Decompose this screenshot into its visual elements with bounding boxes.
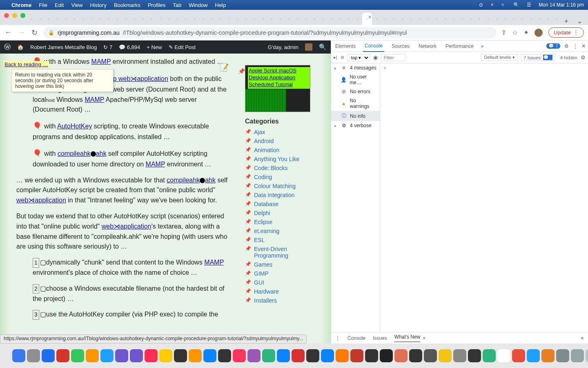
browser-tab[interactable]: · bbox=[165, 13, 173, 25]
browser-tab[interactable]: · bbox=[450, 13, 458, 25]
browser-tab[interactable]: · bbox=[536, 13, 543, 25]
browser-tab[interactable]: · bbox=[424, 13, 432, 25]
browser-tab[interactable]: · bbox=[527, 13, 535, 25]
dock-app[interactable] bbox=[586, 349, 588, 362]
category-link[interactable]: Android bbox=[254, 138, 274, 144]
menu-view[interactable]: View bbox=[71, 2, 82, 8]
browser-tab[interactable]: · bbox=[285, 13, 293, 25]
category-link[interactable]: GIMP bbox=[254, 270, 269, 277]
browser-tab-active[interactable]: · bbox=[362, 13, 372, 25]
dock-app[interactable] bbox=[115, 349, 128, 362]
mamp-link[interactable]: MAMP bbox=[146, 161, 165, 168]
dock-app[interactable] bbox=[42, 349, 55, 362]
browser-tab[interactable]: · bbox=[501, 13, 509, 25]
browser-tab[interactable]: · bbox=[28, 13, 36, 25]
browser-tab[interactable]: · bbox=[216, 13, 224, 25]
console-output[interactable]: › bbox=[380, 63, 588, 332]
clear-console-icon[interactable]: ⊘ bbox=[341, 55, 344, 60]
category-link[interactable]: Coding bbox=[254, 174, 272, 180]
category-link[interactable]: Event-Driven Programming bbox=[254, 246, 288, 259]
browser-tab[interactable]: · bbox=[191, 13, 198, 25]
browser-tab[interactable]: · bbox=[199, 13, 207, 25]
browser-tab[interactable]: · bbox=[328, 13, 336, 25]
browser-tab[interactable]: · bbox=[234, 13, 241, 25]
browser-tab[interactable]: · bbox=[122, 13, 130, 25]
dock-app[interactable] bbox=[365, 349, 378, 362]
web-app-link[interactable]: web⋊application bbox=[118, 75, 168, 82]
app-name[interactable]: Chrome bbox=[11, 2, 31, 8]
sidebar-toggle-icon[interactable]: ▸| bbox=[334, 55, 337, 60]
mamp-link[interactable]: MAMP bbox=[85, 96, 105, 103]
browser-tab[interactable]: · bbox=[276, 13, 284, 25]
dock-app[interactable] bbox=[468, 349, 481, 362]
recent-post-thumb[interactable]: 📌 Apple Script macOS Desktop Application… bbox=[245, 65, 310, 112]
tab-network[interactable]: Network bbox=[417, 41, 438, 52]
address-bar[interactable]: 🔒 rjmprogramming.com.au/ITblog/windows-a… bbox=[43, 27, 496, 38]
close-devtools-button[interactable]: × bbox=[582, 43, 586, 50]
browser-tab[interactable]: · bbox=[114, 13, 121, 25]
web-app-link[interactable]: web⋊application bbox=[16, 197, 66, 204]
extensions-icon[interactable]: ✦ bbox=[523, 29, 529, 36]
forward-button[interactable]: → bbox=[17, 28, 25, 37]
compileahk-link[interactable]: compileahkahk bbox=[167, 177, 216, 184]
browser-tab[interactable]: · bbox=[407, 13, 415, 25]
dock-app[interactable] bbox=[203, 349, 216, 362]
dock-app[interactable] bbox=[439, 349, 452, 362]
close-drawer-button[interactable]: × bbox=[581, 335, 584, 341]
browser-tab[interactable]: · bbox=[208, 13, 216, 25]
dock-app[interactable] bbox=[321, 349, 334, 362]
browser-tab[interactable]: · bbox=[62, 13, 70, 25]
browser-tab[interactable]: · bbox=[96, 13, 104, 25]
browser-tab[interactable]: · bbox=[544, 13, 552, 25]
dock-app[interactable] bbox=[86, 349, 99, 362]
drawer-whats-new[interactable]: What's New bbox=[394, 334, 421, 342]
wordpress-icon[interactable]: ⓦ bbox=[4, 43, 11, 52]
dock-app[interactable] bbox=[483, 349, 496, 362]
browser-tab[interactable]: · bbox=[459, 13, 466, 25]
dock-app[interactable] bbox=[233, 349, 246, 362]
menu-profiles[interactable]: Profiles bbox=[148, 2, 165, 8]
browser-tab[interactable]: · bbox=[302, 13, 310, 25]
dock-app[interactable] bbox=[218, 349, 231, 362]
browser-tab[interactable]: · bbox=[294, 13, 301, 25]
wifi-icon[interactable]: ᯤ bbox=[501, 2, 506, 8]
control-center-icon[interactable]: ☰ bbox=[527, 2, 531, 8]
dock-app[interactable] bbox=[556, 349, 569, 362]
reload-button[interactable]: ↻ bbox=[30, 28, 38, 37]
new-content-button[interactable]: + New bbox=[147, 44, 162, 50]
browser-tab[interactable]: · bbox=[510, 13, 518, 25]
console-filter-row[interactable]: 👤No user me… bbox=[331, 72, 380, 87]
battery-icon[interactable]: ⚡︎ bbox=[490, 2, 494, 8]
menu-history[interactable]: History bbox=[90, 2, 106, 8]
category-link[interactable]: Code::Blocks bbox=[254, 165, 287, 171]
category-link[interactable]: Games bbox=[254, 261, 272, 268]
category-link[interactable]: Delphi bbox=[254, 210, 270, 216]
console-filter-row[interactable]: ▸≡4 messages bbox=[331, 63, 380, 72]
minimize-window-button[interactable] bbox=[12, 13, 17, 18]
back-to-reading-link[interactable]: Back to reading … bbox=[3, 61, 49, 68]
browser-tab[interactable]: · bbox=[373, 13, 381, 25]
dock-app[interactable] bbox=[541, 349, 555, 362]
console-filter-row[interactable]: ⓘNo info bbox=[331, 111, 380, 121]
web-app-link[interactable]: web⋊application bbox=[102, 223, 151, 230]
menu-window[interactable]: Window bbox=[189, 2, 207, 8]
filter-input[interactable] bbox=[381, 54, 405, 61]
console-settings-icon[interactable]: ⚙ bbox=[581, 54, 586, 61]
compileahk-link[interactable]: compileahkahk bbox=[58, 150, 107, 157]
note-icon[interactable]: 📝 bbox=[220, 63, 229, 72]
dock-app[interactable] bbox=[292, 349, 305, 362]
log-levels-select[interactable]: Default levels ▾ bbox=[481, 54, 517, 61]
menu-tab[interactable]: Tab bbox=[173, 2, 181, 8]
category-link[interactable]: Anything You Like bbox=[254, 156, 299, 162]
dock-app[interactable] bbox=[145, 349, 158, 362]
tab-performance[interactable]: Performance bbox=[444, 41, 475, 52]
browser-tab[interactable]: · bbox=[336, 13, 344, 25]
dock-app[interactable] bbox=[159, 349, 172, 362]
browser-tab[interactable]: · bbox=[71, 13, 78, 25]
edit-post-button[interactable]: ✎ Edit Post bbox=[169, 44, 196, 50]
dock-app[interactable] bbox=[27, 349, 40, 362]
dock-app[interactable] bbox=[527, 349, 540, 362]
dock-app[interactable] bbox=[277, 349, 290, 362]
record-icon[interactable]: ⊙ bbox=[479, 2, 483, 8]
mamp-link[interactable]: MAMP bbox=[204, 259, 224, 266]
